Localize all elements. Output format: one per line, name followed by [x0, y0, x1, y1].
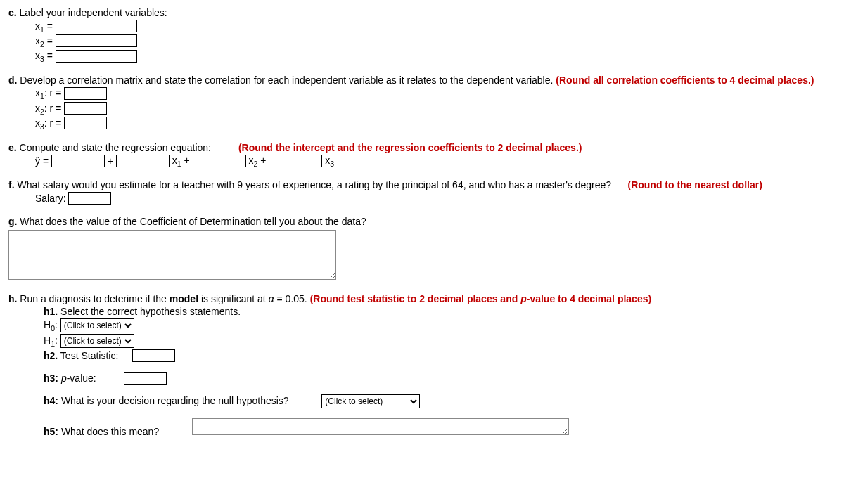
g-prompt: What does the value of the Coefficient o… — [20, 216, 366, 227]
e-b2-input[interactable] — [193, 155, 246, 167]
c-x3-row: x3 = — [35, 50, 836, 63]
h5-text: What does this mean? — [58, 426, 159, 437]
d-prompt: Develop a correlation matrix and state t… — [20, 75, 553, 86]
h-round: (Round test statistic to 2 decimal place… — [310, 293, 652, 304]
e-b1-input[interactable] — [116, 155, 170, 167]
e-b3-input[interactable] — [269, 155, 322, 167]
letter-e: e. — [8, 142, 20, 153]
h5-label: h5: — [44, 426, 58, 437]
d-x3-input[interactable] — [64, 117, 107, 129]
h0-label: H0: — [44, 319, 60, 330]
c-x1-row: x1 = — [35, 20, 836, 33]
e-x1: x1 + — [170, 155, 193, 166]
e-x3: x3 — [322, 155, 334, 166]
e-prompt: Compute and state the regression equatio… — [20, 142, 211, 153]
question-e: e. Compute and state the regression equa… — [8, 142, 836, 153]
d-x3-row: x3: r = — [35, 117, 836, 130]
h3-row: h3: p-value: — [44, 372, 836, 385]
d-x1-input[interactable] — [64, 87, 107, 100]
e-intercept-input[interactable] — [51, 155, 105, 167]
h4-label: h4: — [44, 395, 58, 406]
h0-row: H0: (Click to select) — [44, 318, 836, 332]
h2-row: h2. Test Statistic: — [44, 349, 836, 362]
h-alpha: α — [269, 293, 274, 304]
f-round: (Round to the nearest dollar) — [627, 179, 762, 190]
d-x1-row: x1: r = — [35, 87, 836, 101]
letter-g: g. — [8, 216, 20, 227]
c-x1-label: x1 = — [35, 20, 56, 32]
h5-row: h5: What does this mean? — [44, 418, 836, 437]
e-plus1: + — [105, 155, 116, 166]
c-x2-input[interactable] — [56, 34, 137, 47]
h3-input[interactable] — [124, 372, 167, 385]
e-x2: x2 + — [246, 155, 269, 166]
d-x3-label: x3: r = — [35, 117, 64, 129]
letter-h: h. — [8, 293, 20, 304]
d-x2-label: x2: r = — [35, 103, 64, 114]
question-g: g. What does the value of the Coefficien… — [8, 216, 836, 227]
d-x2-row: x2: r = — [35, 102, 836, 115]
h4-select[interactable]: (Click to select) — [321, 394, 420, 408]
c-prompt: Label your independent variables: — [20, 7, 167, 18]
f-prompt: What salary would you estimate for a tea… — [17, 179, 611, 190]
h1-select[interactable]: (Click to select) — [60, 334, 134, 348]
h1-text: Select the correct hypothesis statements… — [58, 306, 241, 317]
h2-label: h2. — [44, 350, 58, 361]
e-round: (Round the intercept and the regression … — [238, 142, 582, 153]
h1b-label: H1: — [44, 335, 60, 346]
d-round: (Round all correlation coefficients to 4… — [556, 75, 814, 86]
f-salary-row: Salary: — [35, 192, 836, 205]
c-x2-label: x2 = — [35, 35, 56, 46]
h5-textarea[interactable] — [192, 418, 569, 435]
letter-d: d. — [8, 75, 20, 86]
h1-label: h1. — [44, 306, 58, 317]
e-equation-row: ŷ = + x1 + x2 + x3 — [35, 155, 836, 168]
h3-tail: -value: — [67, 373, 96, 384]
f-salary-input[interactable] — [68, 192, 111, 205]
h3-label: h3: — [44, 373, 58, 384]
h-prompt-a: Run a diagnosis to deterime if the — [20, 293, 169, 304]
letter-c: c. — [8, 7, 20, 18]
c-x3-label: x3 = — [35, 50, 56, 61]
h1-row: h1. Select the correct hypothesis statem… — [44, 306, 836, 317]
g-textarea[interactable] — [8, 230, 336, 280]
c-x1-input[interactable] — [56, 20, 137, 32]
d-x2-input[interactable] — [64, 102, 107, 115]
h-prompt-bold: model — [170, 293, 198, 304]
e-yhat: ŷ = — [35, 155, 51, 166]
h-prompt-c: = 0.05. — [274, 293, 310, 304]
d-x1-label: x1: r = — [35, 87, 64, 98]
g-textarea-row — [8, 230, 836, 282]
h-prompt-b: is significant at — [198, 293, 269, 304]
question-h: h. Run a diagnosis to deterime if the mo… — [8, 293, 836, 304]
question-c: c. Label your independent variables: — [8, 7, 836, 18]
letter-f: f. — [8, 179, 17, 190]
h2-input[interactable] — [132, 349, 175, 362]
question-f: f. What salary would you estimate for a … — [8, 179, 836, 190]
f-salary-label: Salary: — [35, 193, 68, 204]
h1b-row: H1: (Click to select) — [44, 334, 836, 348]
c-x2-row: x2 = — [35, 34, 836, 48]
h4-text: What is your decision regarding the null… — [58, 395, 289, 406]
h3-p: p — [61, 373, 67, 384]
question-d: d. Develop a correlation matrix and stat… — [8, 75, 836, 86]
h4-row: h4: What is your decision regarding the … — [44, 394, 836, 408]
c-x3-input[interactable] — [56, 50, 137, 63]
h2-text: Test Statistic: — [58, 350, 121, 361]
h0-select[interactable]: (Click to select) — [60, 318, 134, 332]
